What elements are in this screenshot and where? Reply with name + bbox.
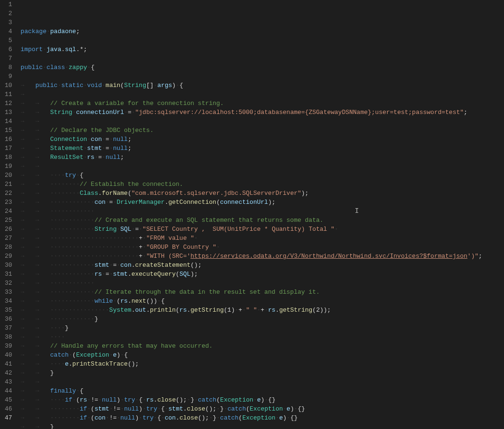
var-token: e [279, 414, 283, 421]
whitespace: · [72, 109, 76, 116]
punc-token: . [183, 405, 187, 412]
line-number: 36 [5, 315, 12, 324]
whitespace: · [106, 414, 109, 421]
whitespace: · [142, 244, 146, 251]
code-line[interactable]: → → ············// Iterate through the d… [21, 288, 504, 297]
code-line[interactable]: → → ············ [21, 207, 504, 216]
code-line[interactable]: → → ···· [21, 333, 504, 341]
indent-whitespace: → → [21, 163, 50, 170]
indent-whitespace: → → [21, 369, 50, 376]
line-number: 23 [5, 198, 12, 207]
code-line[interactable]: → → ········// Establish the connection. [21, 180, 504, 189]
code-line[interactable]: → → // Handle any errors that may have o… [21, 341, 504, 350]
code-line[interactable]: → [21, 90, 504, 99]
code-line[interactable]: → → ····if·(rs·!=·null)·try·{·rs.close()… [21, 395, 504, 404]
code-line[interactable]: → → ················System.out.println(r… [21, 306, 504, 315]
code-line[interactable]: → → ············rs·=·stmt.executeQuery(S… [21, 270, 504, 279]
kw-token: try [146, 405, 157, 412]
line-number: 38 [5, 333, 12, 341]
type-token: Statement [50, 145, 83, 152]
fn-token: getString [279, 306, 312, 314]
code-line[interactable]: → → [21, 377, 504, 386]
whitespace: · [257, 306, 261, 314]
code-line[interactable]: → → ············// Create and execute an… [21, 216, 504, 225]
code-line[interactable]: package·padaone; [21, 27, 504, 36]
code-line[interactable]: → → ····} [21, 324, 504, 333]
code-line[interactable]: → → } [21, 368, 504, 377]
kw-token: catch [50, 351, 69, 359]
fn-token: createStatement [135, 262, 191, 269]
line-number: 39 [5, 341, 12, 350]
code-line[interactable]: → → // Declare the JDBC objects. [21, 126, 504, 135]
type-token: Connection [50, 136, 87, 143]
punc-token: ) [139, 405, 142, 412]
str-token: "FROM value " [146, 235, 194, 242]
indent-whitespace: → → ···· [21, 333, 65, 341]
var-token: stmt [168, 405, 183, 412]
kw-token: try [142, 414, 153, 421]
code-line[interactable]: → → ························+·"WITH (SRC… [21, 252, 504, 261]
line-number: 16 [5, 135, 12, 144]
code-line[interactable]: → → catch·(Exception·e)·{ [21, 350, 504, 359]
punc-token: ; [464, 109, 468, 116]
indent-whitespace: → → [21, 127, 50, 134]
code-line[interactable]: → → ········if·(con·!=·null)·try·{·con.c… [21, 413, 504, 422]
whitespace: · [109, 271, 113, 278]
kw-token: catch [198, 396, 216, 403]
punc-token: ); [301, 190, 309, 197]
code-line[interactable]: → → Statement·stmt·=·null; [21, 144, 504, 153]
code-line[interactable]: → → ············String·SQL·=·"SELECT Cou… [21, 225, 504, 234]
fn-token: printStackTrace [72, 360, 128, 368]
var-token: rs [87, 154, 95, 161]
line-number: 41 [5, 359, 12, 368]
code-area[interactable]: package·padaone;import·java.sql.*;public… [21, 0, 504, 429]
whitespace: · [83, 154, 87, 161]
punc-token: ( [246, 405, 250, 412]
code-line[interactable]: → → ························+·"FROM valu… [21, 234, 504, 243]
code-line[interactable]: import·java.sql.*; [21, 45, 504, 54]
punc-token: } [50, 423, 54, 429]
indent-whitespace: → → ···· [21, 360, 65, 368]
fn-token: next [132, 298, 146, 305]
code-line[interactable]: → → [21, 162, 504, 171]
code-line[interactable]: → → ········Class.forName("com.microsoft… [21, 189, 504, 198]
code-line[interactable]: → → ························+·"GROUP BY … [21, 243, 504, 252]
code-line[interactable]: → public·static·void·main(String[]·args)… [21, 81, 504, 90]
line-number: 6 [5, 45, 12, 54]
var-token: e [257, 396, 261, 403]
line-number: 17 [5, 144, 12, 153]
var-token: con [91, 136, 102, 143]
kw-token: finally [50, 387, 76, 394]
code-line[interactable]: → → ············while·(rs.next())·{ [21, 297, 504, 306]
whitespace: · [87, 405, 91, 412]
code-line[interactable] [21, 54, 504, 63]
code-line[interactable] [21, 36, 504, 45]
str-token: "GROUP BY Country " [146, 244, 216, 251]
code-line[interactable]: → → ResultSet·rs·=·null; [21, 153, 504, 162]
code-line[interactable]: → → } [21, 422, 504, 429]
code-line[interactable]: → → ····e.printStackTrace(); [21, 359, 504, 368]
code-line[interactable]: → → Connection·con·=·null; [21, 135, 504, 144]
code-line[interactable] [21, 72, 504, 81]
code-line[interactable]: → → ············} [21, 315, 504, 324]
code-line[interactable]: → → ········if·(stmt·!=·null)·try·{·stmt… [21, 404, 504, 413]
indent-whitespace: → → ···· [21, 396, 65, 403]
whitespace: · [132, 109, 135, 116]
indent-whitespace: → → [21, 145, 50, 152]
type-token: zappy [69, 64, 87, 71]
code-line[interactable]: → → ····try·{ [21, 171, 504, 180]
code-line[interactable]: → → [21, 117, 504, 126]
code-line[interactable]: → → ············ [21, 279, 504, 288]
line-number: 5 [5, 36, 12, 45]
var-token: connectionUrl [220, 199, 268, 206]
code-line[interactable]: public·class·zappy·{ [21, 63, 504, 72]
code-line[interactable]: → → ············stmt·=·con.createStateme… [21, 261, 504, 270]
code-line[interactable]: → → ············con·=·DriverManager.getC… [21, 198, 504, 207]
code-editor[interactable]: 1234567891011121314151617181920212223242… [0, 0, 504, 429]
code-line[interactable]: → → finally·{ [21, 386, 504, 395]
str-token: "jdbc:sqlserver://localhost:5000;databas… [135, 109, 464, 116]
code-line[interactable]: → → String·connectionUrl·=·"jdbc:sqlserv… [21, 108, 504, 117]
indent-whitespace: → → [21, 423, 50, 429]
punc-token: ) [283, 414, 287, 421]
code-line[interactable]: → → // Create a variable for the connect… [21, 99, 504, 108]
